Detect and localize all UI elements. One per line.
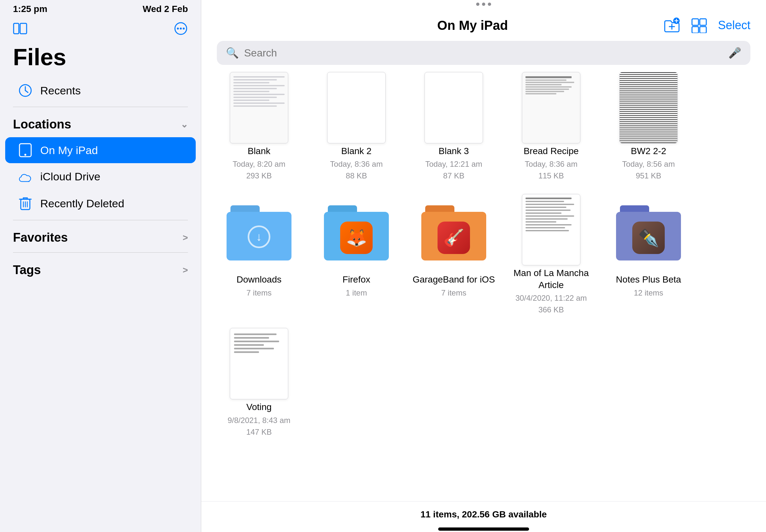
locations-section-header[interactable]: Locations ⌄ <box>0 110 201 137</box>
status-bar: 1:25 pm Wed 2 Feb <box>0 0 201 18</box>
firefox-name: Firefox <box>342 274 370 285</box>
drag-indicator <box>201 0 766 8</box>
bread-recipe-meta: Today, 8:36 am 115 KB <box>525 158 578 182</box>
file-item-notes-plus[interactable]: ✒️ Notes Plus Beta 12 items <box>606 197 691 316</box>
file-item-garageband[interactable]: 🎸 GarageBand for iOS 7 items <box>412 197 496 316</box>
manla-doc-icon <box>522 194 580 265</box>
svg-rect-23 <box>700 27 706 33</box>
blank3-doc-icon <box>425 72 483 143</box>
sidebar-item-on-my-ipad[interactable]: On My iPad <box>5 137 196 163</box>
file-grid: Blank Today, 8:20 am 293 KB Blank 2 Toda… <box>201 70 766 501</box>
sidebar-toggle-icon[interactable] <box>13 21 27 39</box>
tags-chevron-right: > <box>183 265 188 275</box>
bottom-bar: 11 items, 202.56 GB available <box>201 501 766 525</box>
sidebar-item-recents[interactable]: Recents <box>5 78 196 103</box>
tags-section-header[interactable]: Tags > <box>0 255 201 282</box>
sidebar: 1:25 pm Wed 2 Feb Files <box>0 0 201 532</box>
svg-point-5 <box>183 28 185 30</box>
file-item-voting[interactable]: Voting 9/8/2021, 8:43 am 147 KB <box>217 331 301 438</box>
svg-point-3 <box>177 28 179 30</box>
bw2-meta: Today, 8:56 am 951 KB <box>622 158 675 182</box>
trash-icon <box>18 196 32 211</box>
firefox-app-icon: 🦊 <box>340 222 372 254</box>
favorites-label: Favorites <box>13 231 68 245</box>
notes-plus-name: Notes Plus Beta <box>616 274 681 285</box>
downloads-meta: 7 items <box>246 287 271 299</box>
file-row-1: Blank Today, 8:20 am 293 KB Blank 2 Toda… <box>217 75 750 182</box>
blank2-meta: Today, 8:36 am 88 KB <box>330 158 383 182</box>
voting-doc-icon <box>230 328 288 399</box>
svg-rect-1 <box>20 23 27 34</box>
file-item-blank3[interactable]: Blank 3 Today, 12:21 am 87 KB <box>412 75 496 182</box>
header-actions: Select <box>663 18 750 33</box>
svg-rect-0 <box>14 23 19 34</box>
divider-1 <box>13 107 188 107</box>
search-input[interactable] <box>244 47 723 59</box>
mic-icon[interactable]: 🎤 <box>728 47 741 59</box>
file-item-downloads[interactable]: ↓ Downloads 7 items <box>217 197 301 316</box>
blank3-name: Blank 3 <box>439 145 469 157</box>
ipad-icon <box>18 143 32 157</box>
bw2-name: BW2 2-2 <box>631 145 666 157</box>
notes-plus-meta: 12 items <box>634 287 663 299</box>
file-item-manla[interactable]: Man of La Mancha Article 30/4/2020, 11:2… <box>509 197 593 316</box>
tags-label: Tags <box>13 263 41 277</box>
bw2-doc-icon <box>619 72 678 143</box>
footer-text: 11 items, 202.56 GB available <box>420 509 547 520</box>
downloads-name: Downloads <box>237 274 282 285</box>
downloads-folder-icon: ↓ <box>226 205 291 260</box>
manla-name: Man of La Mancha Article <box>509 267 593 291</box>
bread-recipe-name: Bread Recipe <box>524 145 579 157</box>
divider-3 <box>13 252 188 253</box>
svg-point-10 <box>24 154 26 156</box>
svg-line-8 <box>25 91 28 92</box>
file-item-firefox[interactable]: 🦊 Firefox 1 item <box>314 197 399 316</box>
blank-name: Blank <box>248 145 270 157</box>
search-icon: 🔍 <box>226 47 239 59</box>
svg-rect-21 <box>700 19 706 25</box>
new-folder-icon[interactable] <box>663 18 680 33</box>
notes-app-icon: ✒️ <box>632 222 665 254</box>
sidebar-item-recently-deleted[interactable]: Recently Deleted <box>5 190 196 217</box>
sidebar-item-icloud[interactable]: iCloud Drive <box>5 164 196 189</box>
svg-point-4 <box>180 28 182 30</box>
recents-icon <box>18 83 32 98</box>
manla-meta: 30/4/2020, 11:22 am 366 KB <box>516 292 587 316</box>
garageband-app-icon: 🎸 <box>438 222 470 254</box>
firefox-meta: 1 item <box>346 287 367 299</box>
more-options-icon[interactable] <box>174 21 188 39</box>
main-header: On My iPad Sele <box>201 8 766 33</box>
file-item-bw2[interactable]: BW2 2-2 Today, 8:56 am 951 KB <box>606 75 691 182</box>
firefox-folder-icon: 🦊 <box>324 205 389 260</box>
view-options-icon[interactable] <box>691 18 708 33</box>
divider-2 <box>13 220 188 220</box>
recently-deleted-label: Recently Deleted <box>40 197 124 210</box>
locations-label: Locations <box>13 117 71 131</box>
file-row-2: ↓ Downloads 7 items <box>217 197 750 316</box>
garageband-folder-icon: 🎸 <box>421 205 486 260</box>
garageband-name: GarageBand for iOS <box>413 274 495 285</box>
main-content: On My iPad Sele <box>201 0 766 532</box>
home-indicator <box>438 527 529 531</box>
search-bar[interactable]: 🔍 🎤 <box>217 41 750 65</box>
blank3-meta: Today, 12:21 am 87 KB <box>425 158 482 182</box>
blank2-doc-icon <box>327 72 386 143</box>
sidebar-recents-label: Recents <box>40 84 81 97</box>
notes-plus-folder-icon: ✒️ <box>616 205 681 260</box>
on-my-ipad-label: On My iPad <box>40 144 98 157</box>
blank-meta: Today, 8:20 am 293 KB <box>233 158 285 182</box>
file-item-bread-recipe[interactable]: Bread Recipe Today, 8:36 am 115 KB <box>509 75 593 182</box>
favorites-section-header[interactable]: Favorites > <box>0 223 201 250</box>
icloud-icon <box>18 171 32 183</box>
blank-doc-icon <box>230 72 288 143</box>
page-title: On My iPad <box>437 18 508 33</box>
svg-rect-22 <box>692 27 699 33</box>
file-row-3: Voting 9/8/2021, 8:43 am 147 KB <box>217 331 750 438</box>
file-item-blank2[interactable]: Blank 2 Today, 8:36 am 88 KB <box>314 75 399 182</box>
favorites-chevron-right: > <box>183 233 188 243</box>
locations-chevron-down: ⌄ <box>180 119 188 130</box>
garageband-meta: 7 items <box>441 287 466 299</box>
svg-rect-20 <box>692 19 699 25</box>
file-item-blank[interactable]: Blank Today, 8:20 am 293 KB <box>217 75 301 182</box>
select-button[interactable]: Select <box>718 18 750 32</box>
